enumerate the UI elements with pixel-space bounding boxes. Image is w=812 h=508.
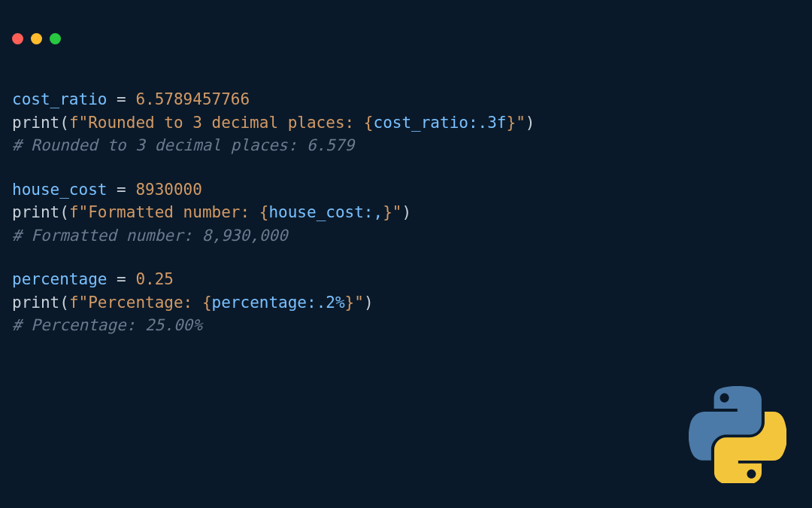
code-fprefix: f — [69, 114, 79, 132]
code-operator: = — [107, 181, 135, 199]
code-function: print — [12, 114, 59, 132]
code-function: print — [12, 294, 59, 312]
code-block-2: house_cost = 8930000 print(f"Formatted n… — [12, 178, 800, 247]
code-paren: ( — [59, 114, 69, 132]
code-number: 0.25 — [135, 270, 174, 288]
code-quote: " — [392, 203, 402, 221]
code-brace: } — [507, 114, 517, 132]
code-comment: # Formatted number: 8,930,000 — [12, 227, 288, 245]
code-fstring-var: house_cost — [268, 203, 363, 221]
code-fstring-var: cost_ratio — [374, 114, 468, 132]
code-string: Percentage: — [88, 294, 202, 312]
code-fstring-var: percentage — [212, 294, 307, 312]
code-format-spec: :, — [364, 203, 383, 221]
window-traffic-lights — [0, 0, 812, 44]
code-comment: # Rounded to 3 decimal places: 6.579 — [12, 136, 354, 154]
code-variable: house_cost — [12, 181, 107, 199]
python-logo-icon — [689, 386, 786, 484]
code-variable: percentage — [12, 270, 107, 288]
code-format-spec: :.2% — [307, 294, 345, 312]
code-number: 8930000 — [135, 181, 202, 199]
code-comment: # Percentage: 25.00% — [12, 316, 202, 334]
code-paren: ) — [526, 114, 535, 132]
code-fprefix: f — [69, 294, 79, 312]
code-paren: ( — [59, 203, 69, 221]
code-block-1: cost_ratio = 6.5789457766 print(f"Rounde… — [12, 88, 800, 157]
code-paren: ) — [364, 294, 374, 312]
code-fprefix: f — [69, 203, 79, 221]
code-brace: } — [383, 203, 392, 221]
code-operator: = — [107, 270, 135, 288]
code-quote: " — [79, 203, 89, 221]
code-quote: " — [354, 294, 364, 312]
code-paren: ) — [401, 203, 411, 221]
code-block-3: percentage = 0.25 print(f"Percentage: {p… — [12, 268, 800, 336]
code-brace: { — [202, 294, 212, 312]
code-paren: ( — [59, 294, 69, 312]
code-brace: { — [259, 203, 269, 221]
code-quote: " — [79, 294, 89, 312]
code-quote: " — [516, 114, 526, 132]
code-string: Formatted number: — [88, 203, 259, 221]
code-operator: = — [107, 90, 135, 108]
close-icon[interactable] — [12, 33, 23, 44]
code-string: Rounded to 3 decimal places: — [88, 114, 364, 132]
code-number: 6.5789457766 — [135, 90, 250, 108]
code-quote: " — [79, 114, 89, 132]
minimize-icon[interactable] — [31, 33, 42, 44]
code-brace: { — [364, 114, 374, 132]
code-format-spec: :.3f — [468, 114, 507, 132]
maximize-icon[interactable] — [50, 33, 61, 44]
code-editor: cost_ratio = 6.5789457766 print(f"Rounde… — [0, 44, 812, 336]
code-brace: } — [345, 294, 355, 312]
code-variable: cost_ratio — [12, 90, 107, 108]
code-function: print — [12, 203, 59, 221]
